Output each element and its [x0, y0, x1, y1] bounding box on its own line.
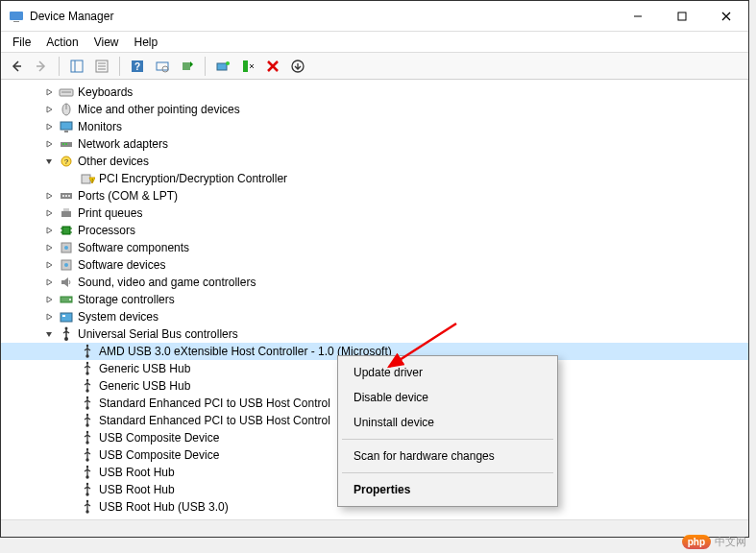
expand-icon[interactable]: [43, 86, 55, 98]
svg-point-60: [85, 372, 88, 374]
context-menu-separator: [342, 472, 553, 473]
tree-node[interactable]: System devices: [1, 308, 748, 325]
close-button[interactable]: [704, 1, 748, 31]
tree-node-label: Print queues: [78, 206, 142, 220]
svg-point-47: [64, 246, 68, 250]
context-menu-item[interactable]: Update driver: [340, 360, 555, 385]
usb-device-icon: [80, 482, 95, 497]
tree-node[interactable]: Software components: [1, 239, 748, 256]
tree-node[interactable]: Keyboards: [1, 84, 748, 101]
expand-icon[interactable]: [43, 138, 55, 150]
tree-node-label: Mice and other pointing devices: [78, 103, 240, 116]
disable-device-button[interactable]: [236, 55, 259, 78]
expand-icon: [64, 501, 76, 513]
expand-icon[interactable]: [43, 104, 55, 115]
svg-rect-6: [71, 60, 83, 72]
svg-rect-25: [61, 122, 72, 130]
minimize-button[interactable]: [616, 1, 660, 31]
expand-icon[interactable]: [43, 294, 55, 305]
tree-node[interactable]: Network adapters: [1, 135, 748, 153]
tree-node-label: Processors: [78, 224, 135, 237]
expand-icon[interactable]: [43, 259, 55, 271]
svg-rect-32: [82, 175, 90, 183]
watermark-text: 中文网: [715, 535, 746, 549]
mouse-icon: [59, 102, 74, 117]
svg-point-52: [69, 299, 71, 301]
enable-device-button[interactable]: [211, 55, 234, 78]
tree-node-label: Software components: [78, 241, 189, 254]
window-controls: [616, 1, 748, 31]
properties-button[interactable]: [90, 55, 113, 78]
usb-device-icon: [80, 378, 95, 394]
expand-icon[interactable]: [43, 225, 55, 236]
tree-node[interactable]: Mice and other pointing devices: [1, 101, 748, 118]
show-hidden-devices-button[interactable]: [286, 55, 309, 78]
tree-node[interactable]: Sound, video and game controllers: [1, 274, 748, 291]
expand-icon[interactable]: [43, 242, 55, 253]
monitor-icon: [59, 119, 74, 134]
help-button[interactable]: ?: [126, 55, 149, 78]
usb-icon: [59, 326, 74, 342]
forward-button[interactable]: [30, 55, 53, 78]
collapse-icon[interactable]: [43, 328, 55, 340]
back-button[interactable]: [5, 55, 28, 78]
context-menu-item[interactable]: Scan for hardware changes: [340, 444, 555, 469]
menu-action[interactable]: Action: [38, 34, 85, 51]
tree-node-label: Sound, video and game controllers: [78, 276, 256, 289]
scan-hardware-button[interactable]: [151, 55, 174, 78]
uninstall-device-button[interactable]: [261, 55, 284, 78]
window-title: Device Manager: [30, 10, 616, 23]
expand-icon: [64, 484, 76, 495]
tree-node[interactable]: Monitors: [1, 118, 748, 135]
context-menu-item[interactable]: Properties: [340, 477, 555, 502]
tree-node[interactable]: Software devices: [1, 256, 748, 274]
expand-icon[interactable]: [43, 276, 55, 288]
tree-node[interactable]: Processors: [1, 222, 748, 239]
expand-icon: [64, 467, 76, 478]
tree-node[interactable]: ?Other devices: [1, 153, 748, 170]
expand-icon[interactable]: [43, 311, 55, 323]
tree-node-label: Generic USB Hub: [99, 379, 190, 393]
svg-point-62: [85, 389, 88, 392]
tree-node[interactable]: Ports (COM & LPT): [1, 187, 748, 204]
context-menu-item[interactable]: Disable device: [340, 385, 555, 410]
svg-point-61: [86, 379, 88, 381]
tree-node[interactable]: !PCI Encryption/Decryption Controller: [1, 170, 748, 187]
expand-icon[interactable]: [43, 121, 55, 132]
svg-rect-1: [13, 21, 19, 22]
tree-node[interactable]: Print queues: [1, 204, 748, 222]
expand-icon: [64, 415, 76, 426]
tree-node[interactable]: Universal Serial Bus controllers: [1, 325, 748, 343]
maximize-button[interactable]: [660, 1, 704, 31]
usb-device-icon: [80, 361, 95, 376]
usb-device-icon: [80, 465, 95, 480]
svg-text:?: ?: [64, 157, 69, 166]
tree-node-label: Storage controllers: [78, 293, 175, 306]
svg-point-76: [85, 510, 88, 513]
update-driver-button[interactable]: [176, 55, 199, 78]
menu-help[interactable]: Help: [127, 34, 166, 51]
svg-point-57: [86, 345, 88, 347]
other-icon: ?: [59, 154, 74, 169]
svg-point-56: [64, 337, 68, 341]
svg-point-29: [65, 143, 67, 145]
expand-icon: [64, 363, 76, 374]
collapse-icon[interactable]: [43, 156, 55, 167]
svg-rect-39: [61, 211, 71, 217]
context-menu-item[interactable]: Uninstall device: [340, 410, 555, 435]
tree-node-label: Other devices: [78, 155, 149, 168]
usb-device-icon: [80, 396, 95, 411]
svg-rect-41: [62, 227, 70, 234]
svg-point-74: [85, 493, 88, 495]
usb-device-icon: [80, 344, 95, 359]
tree-node-label: Standard Enhanced PCI to USB Host Contro…: [99, 397, 330, 410]
expand-icon[interactable]: [43, 190, 55, 202]
cpu-icon: [59, 223, 74, 238]
menu-view[interactable]: View: [86, 34, 127, 51]
storage-icon: [59, 292, 74, 307]
tree-node[interactable]: Storage controllers: [1, 291, 748, 308]
expand-icon[interactable]: [43, 207, 55, 219]
menu-file[interactable]: File: [5, 34, 38, 51]
show-hide-tree-button[interactable]: [65, 55, 88, 78]
svg-point-38: [68, 195, 70, 197]
